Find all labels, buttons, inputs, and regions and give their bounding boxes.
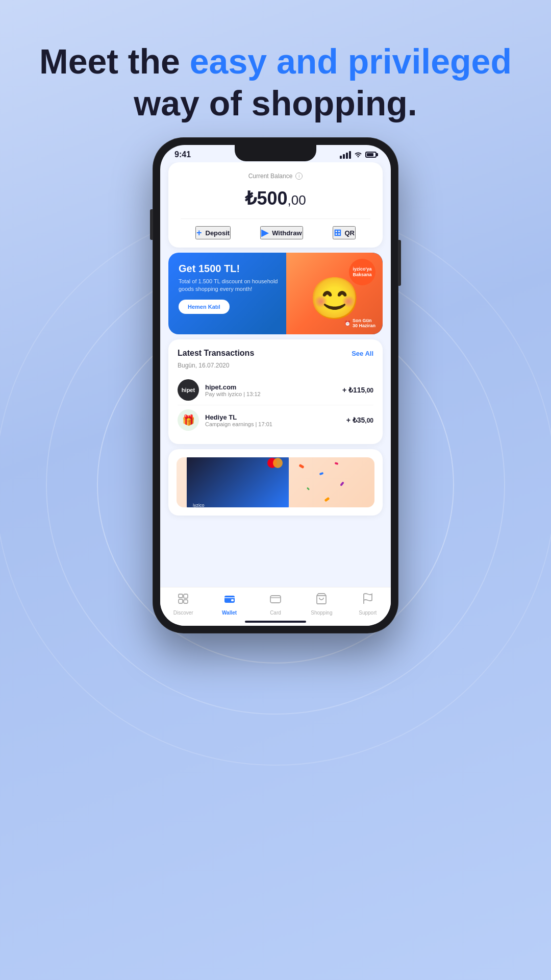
wallet-icon xyxy=(223,593,236,608)
phone-notch xyxy=(235,145,316,161)
tx-detail-hipet: Pay with iyzico | 13:12 xyxy=(205,391,336,397)
bottom-nav: Discover Wallet Card xyxy=(160,587,391,626)
qr-label: QR xyxy=(345,229,355,237)
see-all-button[interactable]: See All xyxy=(352,350,373,357)
signal-icon xyxy=(340,151,351,159)
nav-label-wallet: Wallet xyxy=(222,610,237,616)
transactions-title: Latest Transactions xyxy=(178,349,254,358)
confetti-1 xyxy=(298,464,304,469)
promo-badge: iyzico'yaBaksana xyxy=(349,259,375,285)
battery-icon xyxy=(365,152,377,158)
svg-rect-2 xyxy=(184,594,188,598)
confetti-2 xyxy=(319,472,324,475)
support-icon xyxy=(362,593,374,608)
withdraw-button[interactable]: ▶ Withdraw xyxy=(260,226,303,239)
hero-title: Meet the easy and privileged way of shop… xyxy=(0,41,551,124)
home-indicator xyxy=(245,621,306,623)
nav-label-card: Card xyxy=(270,610,281,616)
svg-rect-6 xyxy=(270,596,281,603)
hipet-avatar: hipet xyxy=(178,379,199,401)
tx-detail-gift: Campaign earnings | 17:01 xyxy=(205,421,340,427)
info-icon[interactable]: i xyxy=(295,173,303,180)
tx-amount-gift: + ₺35,00 xyxy=(346,416,373,424)
card-preview: iyzico xyxy=(187,457,289,507)
nav-label-support: Support xyxy=(359,610,377,616)
discover-icon xyxy=(177,593,189,608)
confetti-6 xyxy=(340,481,344,486)
hero-title-blue: easy and privileged xyxy=(190,42,512,81)
phone-screen: 9:41 Current xyxy=(160,145,391,626)
shopping-icon xyxy=(315,593,328,608)
promo-title: Get 1500 TL! xyxy=(179,263,285,275)
transaction-item-hipet: hipet hipet.com Pay with iyzico | 13:12 … xyxy=(178,375,373,405)
confetti-5 xyxy=(335,462,339,465)
balance-currency: ₺500 xyxy=(245,188,287,209)
qr-icon: ⊞ xyxy=(334,227,341,238)
promo-badge-text: iyzico'yaBaksana xyxy=(353,266,371,278)
nav-item-shopping[interactable]: Shopping xyxy=(306,593,337,616)
withdraw-label: Withdraw xyxy=(272,229,302,237)
card-section: iyzico xyxy=(168,449,383,516)
gift-avatar: 🎁 xyxy=(178,409,199,431)
card-brand-text: iyzico xyxy=(193,503,205,507)
balance-label: Current Balance i xyxy=(181,173,370,180)
balance-cents: ,00 xyxy=(287,192,306,208)
promo-emoji: 😊 xyxy=(309,275,360,323)
nav-label-shopping: Shopping xyxy=(311,610,332,616)
svg-rect-0 xyxy=(179,594,183,598)
phone-mockup: 9:41 Current xyxy=(153,138,398,633)
confetti-3 xyxy=(307,487,310,490)
balance-label-text: Current Balance xyxy=(248,173,293,180)
phone-body: 9:41 Current xyxy=(153,138,398,633)
wifi-icon xyxy=(354,151,362,159)
promo-join-button[interactable]: Hemen Katıl xyxy=(179,300,230,314)
tx-info-gift: Hediye TL Campaign earnings | 17:01 xyxy=(205,413,340,427)
tx-name-hipet: hipet.com xyxy=(205,383,336,391)
nav-item-support[interactable]: Support xyxy=(353,593,383,616)
confetti-area xyxy=(289,457,374,507)
action-buttons: + Deposit ▶ Withdraw ⊞ QR xyxy=(181,218,370,239)
balance-amount: ₺500,00 xyxy=(181,183,370,210)
promo-banner[interactable]: iyzico'yaBaksana Get 1500 TL! Total of 1… xyxy=(168,253,383,334)
promo-content: Get 1500 TL! Total of 1.500 TL discount … xyxy=(179,263,285,314)
card-icon xyxy=(269,593,282,608)
promo-desc: Total of 1.500 TL discount on household … xyxy=(179,278,285,293)
confetti-4 xyxy=(324,497,330,502)
tx-amount-hipet: + ₺115,00 xyxy=(342,386,373,394)
hero-title-line2: way of shopping. xyxy=(134,84,417,122)
tx-name-gift: Hediye TL xyxy=(205,413,340,421)
nav-item-discover[interactable]: Discover xyxy=(168,593,198,616)
status-time: 9:41 xyxy=(174,150,191,159)
transactions-header: Latest Transactions See All xyxy=(178,349,373,358)
status-icons xyxy=(340,151,377,159)
qr-button[interactable]: ⊞ QR xyxy=(333,226,356,239)
transaction-date: Bugün, 16.07.2020 xyxy=(178,362,373,369)
promo-deadline-text: Son Gün30 Haziran xyxy=(353,318,375,328)
promo-deadline: ⏰ Son Gün30 Haziran xyxy=(344,318,375,328)
withdraw-icon: ▶ xyxy=(261,227,268,238)
plus-icon: + xyxy=(196,228,202,238)
svg-rect-5 xyxy=(231,599,234,601)
mastercard-logo xyxy=(267,458,283,468)
hero-title-plain: Meet the xyxy=(39,42,190,81)
tx-info-hipet: hipet.com Pay with iyzico | 13:12 xyxy=(205,383,336,397)
deposit-label: Deposit xyxy=(206,229,230,237)
svg-rect-4 xyxy=(224,596,235,603)
hero-header: Meet the easy and privileged way of shop… xyxy=(0,0,551,124)
deposit-button[interactable]: + Deposit xyxy=(195,226,231,239)
nav-item-card[interactable]: Card xyxy=(260,593,291,616)
transactions-card: Latest Transactions See All Bugün, 16.07… xyxy=(168,339,383,444)
app-content: Current Balance i ₺500,00 + Deposit ▶ xyxy=(160,162,391,521)
svg-rect-3 xyxy=(184,600,188,603)
nav-item-wallet[interactable]: Wallet xyxy=(214,593,245,616)
svg-rect-1 xyxy=(179,599,183,603)
transaction-item-gift: 🎁 Hediye TL Campaign earnings | 17:01 + … xyxy=(178,405,373,435)
nav-label-discover: Discover xyxy=(173,610,193,616)
clock-icon: ⏰ xyxy=(344,321,350,326)
balance-card: Current Balance i ₺500,00 + Deposit ▶ xyxy=(168,162,383,248)
